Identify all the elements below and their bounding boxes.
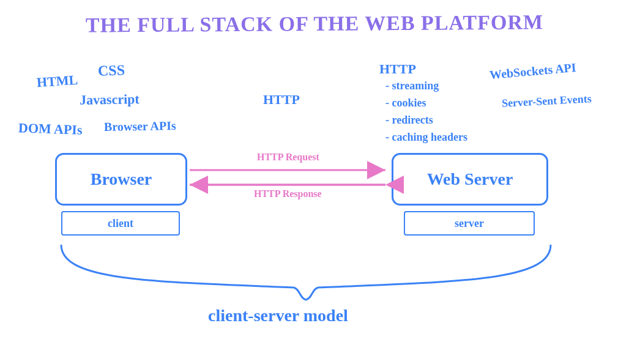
tech-html: HTML bbox=[36, 72, 78, 91]
webserver-box: Web Server bbox=[392, 153, 548, 206]
diagram-title: THE FULL STACK OF THE WEB PLATFORM bbox=[0, 10, 629, 37]
middle-http: HTTP bbox=[263, 92, 300, 108]
right-redirects: - redirects bbox=[385, 114, 433, 127]
footer-label: client-server model bbox=[208, 306, 348, 325]
tech-css: CSS bbox=[98, 62, 125, 80]
right-streaming: - streaming bbox=[385, 80, 439, 92]
tech-dom-apis: DOM APIs bbox=[18, 120, 83, 138]
server-box: server bbox=[404, 211, 535, 236]
right-cookies: - cookies bbox=[385, 97, 426, 110]
browser-box-label: Browser bbox=[91, 169, 152, 189]
diagram-stage: THE FULL STACK OF THE WEB PLATFORM HTML … bbox=[0, 0, 629, 364]
right-caching: - caching headers bbox=[385, 131, 467, 144]
right-http: HTTP bbox=[379, 61, 416, 77]
browser-box: Browser bbox=[55, 153, 187, 206]
client-box: client bbox=[61, 211, 180, 236]
tech-javascript: Javascript bbox=[80, 91, 140, 108]
webserver-box-label: Web Server bbox=[427, 169, 513, 189]
server-box-label: server bbox=[455, 217, 484, 230]
http-request-label: HTTP Request bbox=[257, 152, 319, 163]
tech-browser-apis: Browser APIs bbox=[104, 119, 176, 134]
client-box-label: client bbox=[108, 217, 133, 230]
curly-brace-icon bbox=[61, 245, 551, 300]
right-sse: Server-Sent Events bbox=[502, 92, 592, 110]
http-response-label: HTTP Response bbox=[254, 188, 322, 199]
right-websockets: WebSockets API bbox=[489, 61, 576, 82]
